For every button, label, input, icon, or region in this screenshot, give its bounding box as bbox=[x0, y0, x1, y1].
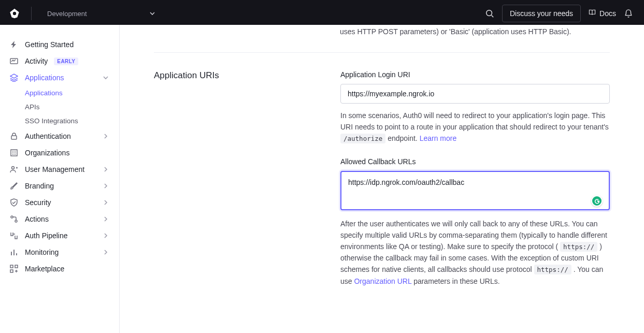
tenant-env: Development bbox=[47, 10, 87, 18]
chevron-right-icon bbox=[103, 182, 110, 190]
nav-label: Applications bbox=[25, 74, 64, 82]
field-callback-urls: Allowed Callback URLs After the user aut… bbox=[340, 157, 610, 287]
nav-authentication[interactable]: Authentication bbox=[0, 128, 119, 144]
main-content: uses HTTP POST parameters) or 'Basic' (a… bbox=[120, 25, 644, 333]
topbar-left: Development bbox=[0, 6, 161, 21]
grammarly-icon[interactable] bbox=[591, 195, 603, 207]
nav-label: Monitoring bbox=[25, 248, 59, 256]
brush-icon bbox=[9, 181, 19, 191]
layers-icon bbox=[9, 73, 19, 82]
section-divider bbox=[154, 52, 610, 53]
nav-getting-started[interactable]: Getting Started bbox=[0, 36, 119, 53]
docs-link[interactable]: Docs bbox=[588, 8, 616, 18]
callback-helper: After the user authenticates we will onl… bbox=[340, 218, 610, 287]
code-https-2: https:// bbox=[534, 265, 571, 274]
section-title: Application URIs bbox=[154, 70, 320, 300]
field-login-uri: Application Login URI In some scenarios,… bbox=[340, 70, 610, 144]
nav-activity[interactable]: Activity EARLY bbox=[0, 53, 119, 69]
nav-organizations[interactable]: Organizations bbox=[0, 144, 119, 161]
callback-textarea[interactable] bbox=[340, 171, 610, 210]
learn-more-link[interactable]: Learn more bbox=[420, 134, 457, 142]
nav-label: SSO Integrations bbox=[25, 117, 78, 125]
nav-label: Organizations bbox=[25, 149, 69, 157]
tenant-switcher[interactable]: Development bbox=[42, 6, 161, 21]
book-icon bbox=[588, 8, 596, 18]
lock-icon bbox=[9, 132, 19, 141]
nav-label: Authentication bbox=[25, 132, 71, 140]
bolt-icon bbox=[9, 40, 19, 49]
nav-applications[interactable]: Applications bbox=[0, 69, 119, 86]
svg-point-5 bbox=[11, 216, 13, 218]
flow-icon bbox=[9, 214, 19, 224]
nav-label: Getting Started bbox=[25, 40, 74, 49]
chevron-right-icon bbox=[103, 166, 110, 173]
nav-monitoring[interactable]: Monitoring bbox=[0, 244, 119, 260]
grid-plus-icon bbox=[9, 264, 19, 273]
svg-rect-3 bbox=[11, 150, 17, 156]
nav-label: Auth Pipeline bbox=[25, 231, 68, 240]
svg-point-0 bbox=[486, 10, 492, 16]
svg-point-4 bbox=[12, 167, 15, 169]
early-badge: EARLY bbox=[54, 57, 78, 65]
nav-label: User Management bbox=[25, 165, 84, 173]
applications-subnav: Applications APIs SSO Integrations bbox=[0, 86, 119, 128]
login-uri-label: Application Login URI bbox=[340, 70, 610, 79]
auth0-logo[interactable] bbox=[8, 7, 21, 20]
sidebar: Getting Started Activity EARLY Applicati… bbox=[0, 25, 120, 333]
nav-label: Security bbox=[25, 198, 51, 207]
chart-icon bbox=[9, 248, 19, 257]
svg-rect-8 bbox=[15, 265, 18, 268]
nav-label: Activity bbox=[25, 57, 48, 65]
nav-label: APIs bbox=[25, 103, 40, 111]
nav-marketplace[interactable]: Marketplace bbox=[0, 260, 119, 277]
chevron-down-icon bbox=[103, 74, 110, 81]
nav-auth-pipeline[interactable]: Auth Pipeline bbox=[0, 227, 119, 244]
discuss-button[interactable]: Discuss your needs bbox=[502, 5, 581, 22]
docs-label: Docs bbox=[599, 9, 616, 18]
chevron-right-icon bbox=[103, 199, 110, 206]
svg-rect-2 bbox=[11, 136, 17, 139]
topbar-right: Discuss your needs Docs bbox=[484, 5, 644, 22]
nav-label: Marketplace bbox=[25, 265, 64, 273]
login-uri-input[interactable] bbox=[340, 84, 610, 104]
org-url-link[interactable]: Organization URL bbox=[354, 277, 411, 285]
chevron-right-icon bbox=[103, 249, 110, 256]
chevron-right-icon bbox=[103, 133, 110, 140]
chevron-right-icon bbox=[103, 232, 110, 239]
svg-point-6 bbox=[15, 220, 17, 222]
nav-label: Actions bbox=[25, 215, 49, 223]
chevron-right-icon bbox=[103, 215, 110, 223]
subnav-apis[interactable]: APIs bbox=[16, 100, 119, 114]
nav-actions[interactable]: Actions bbox=[0, 211, 119, 227]
code-https-1: https:// bbox=[560, 242, 597, 252]
nav-user-management[interactable]: User Management bbox=[0, 161, 119, 178]
building-icon bbox=[9, 148, 19, 157]
topbar: Development Discuss your needs Docs bbox=[0, 0, 644, 25]
activity-icon bbox=[9, 56, 19, 66]
pipeline-icon bbox=[9, 231, 19, 240]
subnav-applications[interactable]: Applications bbox=[16, 86, 119, 100]
users-icon bbox=[9, 165, 19, 174]
chevron-down-icon bbox=[149, 10, 155, 17]
svg-rect-7 bbox=[10, 265, 13, 268]
login-uri-helper: In some scenarios, Auth0 will need to re… bbox=[340, 110, 610, 144]
nav-security[interactable]: Security bbox=[0, 194, 119, 211]
search-icon[interactable] bbox=[484, 8, 495, 19]
nav-branding[interactable]: Branding bbox=[0, 178, 119, 194]
svg-rect-9 bbox=[10, 270, 13, 272]
nav-label: Branding bbox=[25, 182, 54, 190]
code-authorize: /authorize bbox=[340, 134, 385, 143]
nav-label: Applications bbox=[25, 89, 63, 97]
shield-icon bbox=[9, 198, 19, 207]
subnav-sso[interactable]: SSO Integrations bbox=[16, 114, 119, 128]
callback-label: Allowed Callback URLs bbox=[340, 157, 610, 166]
bell-icon[interactable] bbox=[623, 8, 634, 19]
divider bbox=[31, 7, 32, 20]
prev-section-helper: uses HTTP POST parameters) or 'Basic' (a… bbox=[340, 25, 610, 38]
